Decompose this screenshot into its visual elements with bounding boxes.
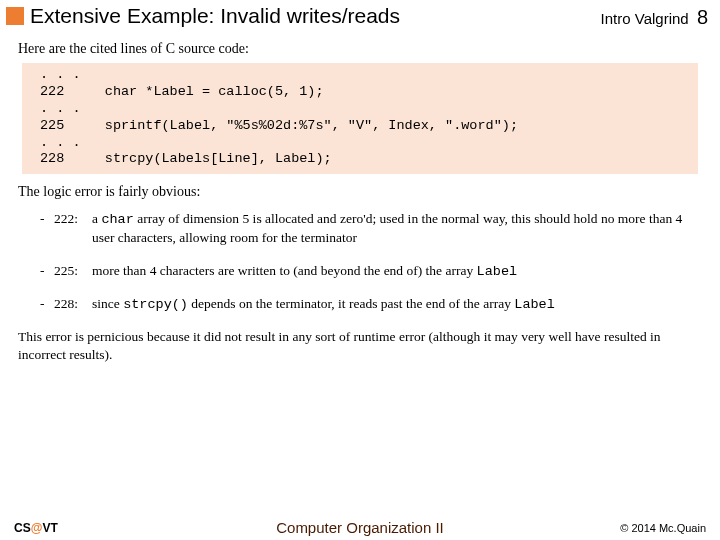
slide-footer: CS@VT Computer Organization II © 2014 Mc… bbox=[0, 519, 720, 536]
footer-copyright: © 2014 Mc.Quain bbox=[556, 522, 706, 534]
header-right: Intro Valgrind 8 bbox=[601, 4, 708, 29]
text-span: depends on the terminator, it reads past… bbox=[188, 296, 514, 311]
dash-icon: - bbox=[40, 210, 54, 247]
line-ref: 228: bbox=[54, 295, 92, 314]
text-span: a bbox=[92, 211, 101, 226]
bullet-list: - 222: a char array of dimension 5 is al… bbox=[40, 210, 696, 314]
bullet-text: a char array of dimension 5 is allocated… bbox=[92, 210, 696, 247]
list-item: - 228: since strcpy() depends on the ter… bbox=[40, 295, 696, 314]
page-number: 8 bbox=[697, 6, 708, 28]
slide-title: Extensive Example: Invalid writes/reads bbox=[30, 4, 601, 28]
dash-icon: - bbox=[40, 262, 54, 281]
text-span: since bbox=[92, 296, 123, 311]
intro-text: Here are the cited lines of C source cod… bbox=[18, 41, 702, 57]
code-span: strcpy() bbox=[123, 297, 188, 312]
list-item: - 222: a char array of dimension 5 is al… bbox=[40, 210, 696, 247]
footer-center: Computer Organization II bbox=[164, 519, 556, 536]
footer-cs: CS bbox=[14, 521, 31, 535]
code-span: Label bbox=[514, 297, 555, 312]
closing-paragraph: This error is pernicious because it did … bbox=[18, 328, 698, 363]
code-span: char bbox=[101, 212, 133, 227]
bullet-square-icon bbox=[6, 7, 24, 25]
at-icon: @ bbox=[31, 521, 43, 535]
footer-vt: VT bbox=[42, 521, 57, 535]
code-block: . . . 222 char *Label = calloc(5, 1); . … bbox=[22, 63, 698, 174]
dash-icon: - bbox=[40, 295, 54, 314]
footer-left: CS@VT bbox=[14, 521, 164, 535]
bullet-text: since strcpy() depends on the terminator… bbox=[92, 295, 696, 314]
logic-intro: The logic error is fairly obvious: bbox=[18, 184, 702, 200]
section-label: Intro Valgrind bbox=[601, 10, 689, 27]
text-span: more than 4 characters are written to (a… bbox=[92, 263, 477, 278]
code-span: Label bbox=[477, 264, 518, 279]
slide-header: Extensive Example: Invalid writes/reads … bbox=[0, 0, 720, 35]
bullet-text: more than 4 characters are written to (a… bbox=[92, 262, 696, 281]
line-ref: 222: bbox=[54, 210, 92, 247]
slide-body: Here are the cited lines of C source cod… bbox=[0, 41, 720, 363]
line-ref: 225: bbox=[54, 262, 92, 281]
text-span: array of dimension 5 is allocated and ze… bbox=[92, 211, 682, 245]
list-item: - 225: more than 4 characters are writte… bbox=[40, 262, 696, 281]
